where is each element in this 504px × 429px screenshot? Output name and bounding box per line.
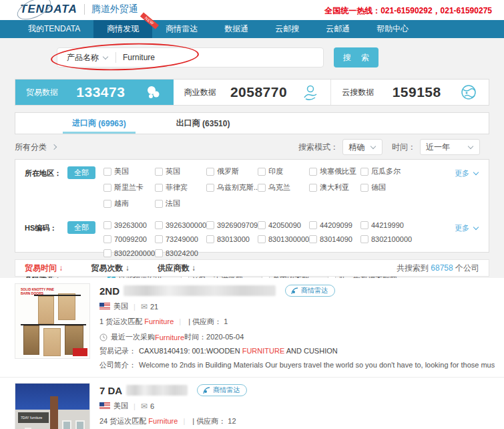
checkbox-icon[interactable]	[155, 235, 163, 243]
checkbox-icon[interactable]	[103, 200, 111, 208]
region-option[interactable]: 德国	[360, 182, 412, 192]
checkbox-icon[interactable]	[309, 221, 317, 229]
checkbox-icon[interactable]	[103, 184, 111, 192]
checkbox-icon[interactable]	[103, 235, 111, 243]
nav-item-datatong[interactable]: 数据通	[211, 20, 262, 38]
hs-option[interactable]: 83013000	[206, 235, 258, 243]
region-option[interactable]: 乌兹别克斯...	[206, 182, 258, 192]
nav-item-my-tendata[interactable]: 我的TENDATA	[15, 20, 93, 38]
hs-option[interactable]: 42050090	[258, 221, 309, 229]
tool-row: 所有分类 搜索模式： 精确 时间： 近一年	[15, 138, 489, 156]
checkbox-icon[interactable]	[360, 235, 368, 243]
hs-option[interactable]: 44209099	[309, 221, 360, 229]
nav-item-discover[interactable]: 商情发现 NEW	[93, 20, 152, 38]
region-option[interactable]: 斯里兰卡	[103, 182, 155, 192]
checkbox-icon[interactable]	[103, 249, 111, 257]
stat-cloud-search-data[interactable]: 云搜数据 159158	[331, 80, 489, 105]
tab-importers[interactable]: 进口商 (69963)	[72, 113, 126, 134]
checkbox-icon[interactable]	[309, 235, 317, 243]
region-option[interactable]: 俄罗斯	[206, 166, 258, 176]
checkbox-icon[interactable]	[206, 168, 214, 176]
radar-button[interactable]: 商情雷达	[285, 285, 335, 297]
hs-option[interactable]: 39263000	[103, 221, 155, 229]
hs-option[interactable]: 8302100000	[360, 235, 412, 243]
region-option[interactable]: 印度	[258, 166, 309, 176]
search-category-select[interactable]: 产品名称	[57, 52, 115, 63]
checkbox-icon[interactable]	[360, 184, 368, 192]
nav-item-radar[interactable]: 商情雷达	[152, 20, 211, 38]
checkbox-icon[interactable]	[309, 184, 317, 192]
checkbox-icon[interactable]	[155, 221, 163, 229]
checkbox-icon[interactable]	[206, 221, 214, 229]
all-categories-link[interactable]: 所有分类	[15, 142, 56, 153]
stat-value: 159158	[393, 84, 441, 100]
company-title[interactable]: 2ND	[99, 285, 119, 297]
region-option[interactable]: 澳大利亚	[309, 182, 360, 192]
chevron-down-icon	[103, 54, 108, 59]
hs-option[interactable]: 73249000	[155, 235, 206, 243]
search-button[interactable]: 搜 索	[334, 47, 379, 67]
checkbox-icon[interactable]	[155, 200, 163, 208]
checkbox-icon[interactable]	[155, 184, 163, 192]
checkbox-icon[interactable]	[258, 221, 266, 229]
region-option[interactable]: 厄瓜多尔	[360, 166, 412, 176]
hs-option[interactable]: 8302200000	[103, 249, 155, 257]
record-label: 贸易记录：	[99, 347, 136, 355]
region-more-link[interactable]: 更多	[455, 166, 479, 178]
checkbox-icon[interactable]	[360, 168, 368, 176]
region-option[interactable]: 美国	[103, 166, 155, 176]
stat-business-data[interactable]: 商业数据 2058770	[174, 80, 332, 105]
us-flag-icon	[99, 402, 110, 410]
checkbox-icon[interactable]	[103, 221, 111, 229]
checkbox-icon[interactable]	[155, 249, 163, 257]
checkbox-icon[interactable]	[206, 235, 214, 243]
region-option[interactable]: 乌克兰	[258, 182, 309, 192]
result-thumbnail[interactable]: 7DAY furniture	[15, 383, 90, 429]
checkbox-icon[interactable]	[258, 235, 266, 243]
nav-item-help-center[interactable]: 帮助中心	[363, 20, 422, 38]
arrow-down-icon: ↓	[59, 263, 63, 273]
region-option[interactable]: 埃塞俄比亚	[309, 166, 360, 176]
more-label: 更多	[455, 169, 469, 177]
hs-option[interactable]: 3926300000	[155, 221, 206, 229]
region-option[interactable]: 法国	[155, 198, 206, 208]
hs-option[interactable]: 3926909709	[206, 221, 258, 229]
result-thumbnail[interactable]: SOLID KNOTTY PINE BARN DOORS	[15, 283, 90, 359]
hs-all-button[interactable]: 全部	[67, 221, 95, 234]
radar-button[interactable]: 商情雷达	[197, 384, 247, 396]
sort-by-trade-time[interactable]: 贸易时间 ↓	[25, 263, 63, 274]
hs-option[interactable]: 83024200	[155, 249, 206, 257]
hs-more-link[interactable]: 更多	[455, 221, 479, 233]
checkbox-icon[interactable]	[258, 168, 266, 176]
checkbox-icon[interactable]	[258, 184, 266, 192]
checkbox-icon[interactable]	[103, 168, 111, 176]
sort-by-supplier-count[interactable]: 供应商数 ↓	[158, 263, 196, 274]
nav-item-cloud-mail[interactable]: 云邮通	[312, 20, 363, 38]
nav-item-cloud-mail-search[interactable]: 云邮搜	[262, 20, 312, 38]
radar-icon	[203, 387, 210, 394]
checkbox-icon[interactable]	[309, 168, 317, 176]
supplier-count: 12	[228, 417, 236, 425]
search-input[interactable]	[116, 53, 323, 62]
checkbox-icon[interactable]	[155, 168, 163, 176]
hs-option[interactable]: 83014090	[309, 235, 360, 243]
logo[interactable]: TENDATA 腾道外贸通	[20, 3, 138, 16]
checkbox-icon[interactable]	[360, 221, 368, 229]
time-select[interactable]: 近一年	[420, 139, 480, 155]
stat-value: 133473	[76, 84, 125, 100]
stat-trade-data[interactable]: 贸易数据 133473	[15, 80, 174, 105]
hs-option[interactable]: 44219990	[360, 221, 412, 229]
sort-by-trade-count[interactable]: 贸易次数 ↓	[91, 263, 129, 274]
search-mode-select[interactable]: 精确	[342, 139, 383, 155]
region-option[interactable]: 英国	[155, 166, 206, 176]
tab-exporters[interactable]: 出口商 (63510)	[176, 113, 230, 134]
hs-option[interactable]: 8301300000	[258, 235, 309, 243]
company-title[interactable]: 7 DA	[99, 385, 122, 396]
result-count: 共搜索到 68758 个公司	[397, 263, 479, 274]
checkbox-icon[interactable]	[206, 184, 214, 192]
hs-option[interactable]: 70099200	[103, 235, 155, 243]
region-all-button[interactable]: 全部	[67, 166, 95, 179]
supplier-count: 1	[224, 317, 228, 325]
region-option[interactable]: 越南	[103, 198, 155, 208]
region-option[interactable]: 菲律宾	[155, 182, 206, 192]
